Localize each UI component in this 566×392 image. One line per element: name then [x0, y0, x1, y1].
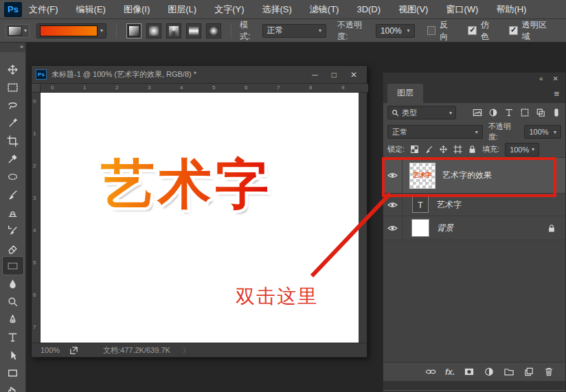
eraser-tool[interactable] — [3, 239, 23, 257]
blur-tool[interactable] — [3, 275, 23, 292]
layers-panel: « ✕ 图层 ≡ 类型 ▾ 正常 — [383, 72, 566, 392]
linear-gradient-button[interactable] — [126, 23, 142, 38]
menu-3d[interactable]: 3D(D) — [356, 4, 381, 14]
radial-gradient-button[interactable] — [146, 23, 161, 38]
background-layer-thumbnail[interactable] — [411, 219, 429, 237]
filter-toggle-icon[interactable] — [552, 108, 561, 117]
path-select-tool[interactable] — [3, 346, 23, 364]
menu-view[interactable]: 视图(V) — [398, 3, 428, 16]
add-layer-mask-icon[interactable] — [464, 367, 475, 377]
menu-select[interactable]: 选择(S) — [262, 3, 291, 16]
type-tool[interactable] — [3, 328, 23, 346]
layer-style-fx-icon[interactable]: fx. — [445, 367, 455, 377]
move-tool[interactable] — [3, 60, 23, 78]
menu-edit[interactable]: 编辑(E) — [76, 3, 106, 16]
panel-close-icon[interactable]: ✕ — [553, 75, 558, 82]
dither-label: 仿色 — [481, 19, 497, 43]
lasso-tool[interactable] — [3, 96, 23, 114]
chevron-down-icon: ▾ — [407, 27, 410, 34]
gradient-tool[interactable] — [3, 257, 23, 275]
mode-select[interactable]: 正常 ▾ — [262, 24, 327, 38]
angle-gradient-button[interactable] — [166, 23, 181, 38]
ruler-mark: 3 — [148, 84, 150, 91]
layer-row-background[interactable]: 背景 — [383, 216, 565, 240]
diamond-gradient-button[interactable] — [206, 23, 221, 38]
menu-window[interactable]: 窗口(W) — [446, 3, 478, 16]
chevron-down-icon: ▾ — [319, 27, 321, 34]
marquee-tool[interactable] — [3, 78, 23, 96]
opacity-select[interactable]: 100% ▾ — [376, 24, 415, 38]
ruler-mark: 1 — [33, 130, 36, 137]
filter-type-select[interactable]: 类型 ▾ — [387, 106, 456, 119]
lock-all-icon[interactable] — [468, 145, 477, 154]
menu-bar: Ps 文件(F) 编辑(E) 图像(I) 图层(L) 文字(Y) 选择(S) 滤… — [0, 0, 566, 19]
dither-checkbox[interactable] — [468, 26, 477, 35]
filter-adjustment-layers-icon[interactable] — [488, 108, 498, 117]
adjustment-layer-icon[interactable] — [484, 367, 495, 377]
gradient-editor-swatch[interactable]: ▾ — [36, 23, 106, 38]
layer-opacity-select[interactable]: 100% ▾ — [524, 125, 561, 139]
gradient-preview — [40, 25, 98, 36]
crop-tool[interactable] — [3, 132, 23, 150]
toolbar-collapse-button[interactable]: » — [0, 43, 25, 52]
ruler-origin[interactable] — [32, 84, 41, 93]
layers-tab[interactable]: 图层 — [387, 84, 423, 103]
rectangle-tool[interactable] — [3, 364, 23, 382]
fill-label: 填充: — [482, 144, 499, 154]
link-layers-icon[interactable] — [425, 367, 436, 377]
filter-pixel-layers-icon[interactable] — [473, 108, 482, 117]
reverse-checkbox[interactable] — [427, 26, 436, 35]
status-chevron-icon[interactable]: 〉 — [183, 345, 190, 356]
lock-transparent-icon[interactable] — [410, 145, 419, 154]
transparency-checkbox[interactable] — [509, 26, 518, 35]
menu-file[interactable]: 文件(F) — [29, 3, 58, 16]
reverse-label: 反向 — [440, 19, 455, 43]
minimize-button[interactable]: ─ — [312, 70, 318, 80]
export-icon[interactable] — [69, 346, 78, 355]
delete-layer-icon[interactable] — [543, 367, 554, 377]
annotation-arrow — [295, 187, 398, 288]
ruler-mark: 2 — [33, 163, 36, 169]
maximize-button[interactable]: □ — [332, 70, 337, 80]
lock-artboard-icon[interactable] — [453, 145, 462, 154]
history-brush-tool[interactable] — [3, 221, 23, 239]
panel-menu-icon[interactable]: ≡ — [554, 89, 558, 99]
layer-name[interactable]: 艺术字 — [437, 199, 565, 211]
pen-tool[interactable] — [3, 310, 23, 328]
panel-header: « ✕ — [383, 73, 565, 84]
tool-preset-icon — [8, 26, 22, 36]
magic-wand-tool[interactable] — [3, 114, 23, 132]
hand-tool[interactable] — [3, 382, 23, 392]
eyedropper-tool[interactable] — [3, 150, 23, 168]
close-button[interactable]: ✕ — [350, 70, 357, 80]
fill-select[interactable]: 100% ▾ — [505, 143, 539, 157]
menu-filter[interactable]: 滤镜(T) — [310, 3, 339, 16]
panel-collapse-icon[interactable]: « — [539, 75, 543, 82]
opacity-value: 100% — [381, 26, 402, 36]
fill-value: 100% — [510, 146, 529, 154]
blend-mode-select[interactable]: 正常 ▾ — [387, 125, 483, 139]
document-title-bar[interactable]: Ps 未标题-1 @ 100% (艺术字的效果, RGB/8) * ─ □ ✕ — [32, 66, 367, 84]
menu-image[interactable]: 图像(I) — [124, 3, 150, 16]
filter-shape-layers-icon[interactable] — [520, 108, 530, 117]
ruler-mark: 5 — [212, 84, 215, 91]
reflected-gradient-button[interactable] — [186, 23, 201, 38]
lock-paint-icon[interactable] — [424, 145, 433, 154]
menu-type[interactable]: 文字(Y) — [214, 3, 244, 16]
menu-layer[interactable]: 图层(L) — [168, 3, 196, 16]
lock-position-icon[interactable] — [439, 145, 448, 154]
ruler-mark: 4 — [33, 227, 36, 233]
healing-brush-tool[interactable] — [3, 168, 23, 185]
zoom-level[interactable]: 100% — [41, 346, 67, 354]
menu-help[interactable]: 帮助(H) — [496, 3, 526, 16]
dodge-tool[interactable] — [3, 292, 23, 310]
text-layer-thumbnail[interactable]: T — [412, 196, 429, 213]
brush-tool[interactable] — [3, 185, 23, 203]
filter-smart-object-icon[interactable] — [536, 108, 545, 117]
filter-type-layers-icon[interactable] — [504, 108, 514, 117]
layer-name[interactable]: 背景 — [437, 222, 547, 234]
tool-preset-picker[interactable]: ▾ — [5, 24, 30, 38]
new-group-icon[interactable] — [503, 367, 514, 377]
clone-stamp-tool[interactable] — [3, 203, 23, 221]
new-layer-icon[interactable] — [523, 367, 534, 377]
